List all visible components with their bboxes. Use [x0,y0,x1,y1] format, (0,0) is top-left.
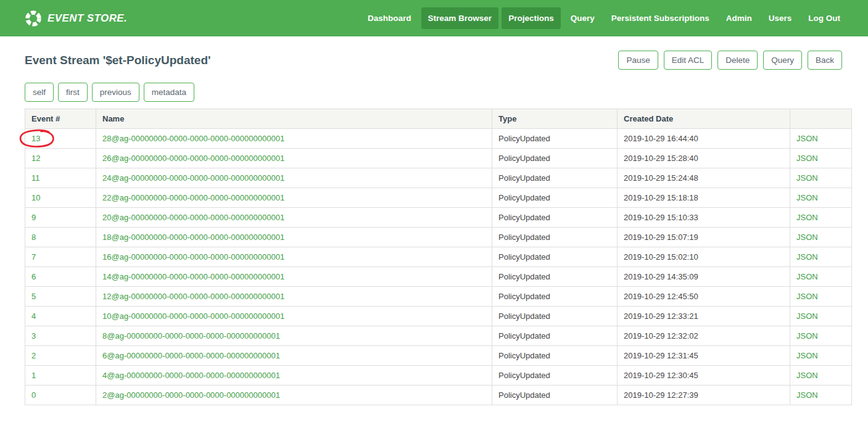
event-name-link[interactable]: 22@ag-00000000-0000-0000-0000-0000000000… [102,193,284,202]
table-row: 8 18@ag-00000000-0000-0000-0000-00000000… [25,228,852,247]
event-num-link[interactable]: 2 [31,351,36,360]
event-num-link[interactable]: 13 [31,134,40,143]
event-num-cell: 1 [25,366,96,386]
event-name-link[interactable]: 6@ag-00000000-0000-0000-0000-00000000000… [102,351,280,360]
table-row: 11 24@ag-00000000-0000-0000-0000-0000000… [25,168,852,188]
event-name-link[interactable]: 18@ag-00000000-0000-0000-0000-0000000000… [102,233,284,242]
event-num-link[interactable]: 10 [31,193,40,202]
json-link[interactable]: JSON [796,252,818,262]
stream-action-button[interactable]: Delete [717,51,758,70]
event-num-cell: 9 [25,208,96,228]
event-name-link[interactable]: 10@ag-00000000-0000-0000-0000-0000000000… [102,312,284,321]
navbar-item[interactable]: Users [762,7,799,29]
stream-pagination-button[interactable]: previous [92,83,139,102]
event-json-cell: JSON [790,287,852,307]
navbar-item[interactable]: Persistent Subscriptions [605,7,716,29]
event-json-cell: JSON [790,129,852,149]
event-name-link[interactable]: 28@ag-00000000-0000-0000-0000-0000000000… [102,134,284,143]
navbar-item-label: Users [769,14,792,23]
stream-action-button[interactable]: Query [763,51,802,70]
event-type-cell: PolicyUpdated [492,129,618,149]
stream-action-button[interactable]: Edit ACL [664,51,713,70]
navbar-item[interactable]: Query [564,7,601,29]
event-name-cell: 12@ag-00000000-0000-0000-0000-0000000000… [96,287,492,307]
event-name-link[interactable]: 14@ag-00000000-0000-0000-0000-0000000000… [102,272,284,281]
json-link[interactable]: JSON [796,233,818,242]
navbar-item[interactable]: Log Out [801,7,847,29]
stream-action-button[interactable]: Pause [618,51,658,70]
json-link[interactable]: JSON [796,292,818,301]
event-num-cell: 0 [25,386,96,405]
json-link[interactable]: JSON [796,312,818,321]
event-created-cell: 2019-10-29 12:27:39 [618,386,790,405]
top-navbar: EVENT STORE. Dashboard Stream Browser Pr… [0,0,868,36]
json-link[interactable]: JSON [796,173,818,183]
event-name-link[interactable]: 12@ag-00000000-0000-0000-0000-0000000000… [102,292,284,301]
stream-pagination-button[interactable]: self [25,83,54,102]
header-event-num: Event # [25,109,96,129]
event-num-link[interactable]: 1 [31,371,36,380]
event-name-link[interactable]: 20@ag-00000000-0000-0000-0000-0000000000… [102,213,284,222]
event-num-link[interactable]: 5 [31,292,36,301]
navbar-item-label: Projections [508,14,554,23]
event-created-cell: 2019-10-29 15:07:19 [618,228,790,247]
json-link[interactable]: JSON [796,331,818,340]
event-num-cell: 11 [25,168,96,188]
event-num-cell: 2 [25,346,96,366]
table-row: 10 22@ag-00000000-0000-0000-0000-0000000… [25,188,852,208]
json-link[interactable]: JSON [796,134,818,143]
table-row: 1 4@ag-00000000-0000-0000-0000-000000000… [25,366,852,386]
json-link[interactable]: JSON [796,272,818,281]
event-type-cell: PolicyUpdated [492,386,618,405]
event-num-link[interactable]: 7 [31,252,36,262]
event-type-cell: PolicyUpdated [492,208,618,228]
event-num-link[interactable]: 12 [31,154,40,163]
event-name-link[interactable]: 16@ag-00000000-0000-0000-0000-0000000000… [102,252,284,262]
navbar-item-label: Log Out [808,14,840,23]
table-row: 12 26@ag-00000000-0000-0000-0000-0000000… [25,149,852,168]
json-link[interactable]: JSON [796,154,818,163]
event-num-link[interactable]: 3 [31,331,36,340]
json-link[interactable]: JSON [796,371,818,380]
event-name-link[interactable]: 2@ag-00000000-0000-0000-0000-00000000000… [102,390,280,400]
event-num-link[interactable]: 8 [31,233,36,242]
json-link[interactable]: JSON [796,213,818,222]
table-row: 0 2@ag-00000000-0000-0000-0000-000000000… [25,386,852,405]
event-name-link[interactable]: 4@ag-00000000-0000-0000-0000-00000000000… [102,371,280,380]
event-num-cell: 12 [25,149,96,168]
navbar-item[interactable]: Stream Browser [421,7,499,29]
event-name-cell: 4@ag-00000000-0000-0000-0000-00000000000… [96,366,492,386]
event-num-link[interactable]: 4 [31,312,36,321]
header-name: Name [96,109,492,129]
event-num-cell: 6 [25,267,96,287]
event-name-cell: 16@ag-00000000-0000-0000-0000-0000000000… [96,247,492,267]
event-name-cell: 18@ag-00000000-0000-0000-0000-0000000000… [96,228,492,247]
event-num-link[interactable]: 0 [31,390,36,400]
event-json-cell: JSON [790,346,852,366]
stream-pagination-button[interactable]: first [58,83,88,102]
event-json-cell: JSON [790,307,852,326]
event-name-link[interactable]: 8@ag-00000000-0000-0000-0000-00000000000… [102,331,280,340]
event-name-link[interactable]: 26@ag-00000000-0000-0000-0000-0000000000… [102,154,284,163]
json-link[interactable]: JSON [796,351,818,360]
navbar-item[interactable]: Admin [719,7,759,29]
event-store-logo[interactable]: EVENT STORE. [25,10,127,27]
events-table: Event # Name Type Created Date 13 [25,109,852,405]
json-link[interactable]: JSON [796,390,818,400]
event-created-cell: 2019-10-29 16:44:40 [618,129,790,149]
event-num-link[interactable]: 6 [31,272,36,281]
json-link[interactable]: JSON [796,193,818,202]
stream-pagination-button[interactable]: metadata [144,83,194,102]
table-row: 3 8@ag-00000000-0000-0000-0000-000000000… [25,326,852,346]
event-type-cell: PolicyUpdated [492,366,618,386]
stream-action-button[interactable]: Back [808,51,842,70]
event-type-cell: PolicyUpdated [492,228,618,247]
event-num-link[interactable]: 11 [31,173,40,183]
event-num-link[interactable]: 9 [31,213,36,222]
event-name-link[interactable]: 24@ag-00000000-0000-0000-0000-0000000000… [102,173,284,183]
event-json-cell: JSON [790,326,852,346]
event-json-cell: JSON [790,168,852,188]
event-json-cell: JSON [790,149,852,168]
navbar-item[interactable]: Dashboard [361,7,418,29]
navbar-item[interactable]: Projections [502,7,561,29]
